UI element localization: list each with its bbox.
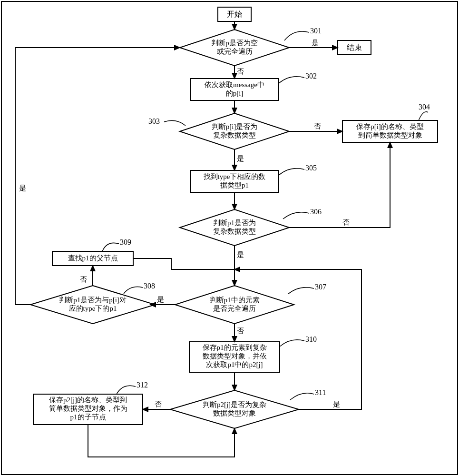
p304-l2: 到简单数据类型对象 — [358, 131, 422, 139]
d303-l1: 判断p[i]是否为 — [212, 123, 258, 130]
p310-l2: 数据类型对象，并依 — [203, 352, 267, 360]
d311-l2: 数据类型对象 — [213, 409, 256, 417]
edge-no-303: 否 — [314, 122, 321, 130]
d303-l2: 复杂数据类型 — [213, 131, 256, 139]
p312-l3: p1的子节点 — [70, 413, 106, 421]
p302-l2: 的p[i] — [226, 89, 244, 97]
edge-no-307: 否 — [237, 327, 244, 335]
edge-yes-311: 是 — [333, 400, 340, 408]
edge-no-306: 否 — [342, 218, 350, 226]
p305-l2: 据类型p1 — [220, 181, 249, 189]
edge-yes-306: 是 — [237, 251, 244, 258]
p312-l2: 简单数据类型对象，作为 — [49, 405, 127, 412]
edge-yes-303: 是 — [237, 155, 244, 162]
p304-l1: 保存p[i]的名称、类型 — [356, 123, 424, 130]
d301-l1: 判断p是否为空 — [211, 39, 258, 47]
end-label: 结束 — [347, 43, 362, 51]
edge-yes-301: 是 — [312, 39, 319, 47]
d307-l1: 判断p1中的元素 — [210, 296, 260, 304]
flowchart: 开始 判断p是否为空 或完全遍历 301 是 结束 否 依次获取message中… — [0, 0, 459, 476]
p309-l: 查找p1的父节点 — [68, 254, 118, 262]
d308-l2: 应的type下的p1 — [69, 305, 117, 312]
ref-304: 304 — [419, 103, 430, 111]
ref-305: 305 — [305, 164, 317, 172]
ref-307: 307 — [315, 283, 326, 291]
p310-l1: 保存p1的元素到复杂 — [203, 344, 267, 351]
edge-yes-307: 是 — [157, 296, 164, 303]
d306-l1: 判断p1是否为 — [213, 219, 256, 227]
ref-310: 310 — [305, 335, 317, 343]
ref-301: 301 — [310, 27, 322, 35]
edge-no-301: 否 — [237, 68, 244, 75]
ref-302: 302 — [305, 72, 317, 80]
edge-yes-308: 是 — [19, 184, 26, 192]
d308-l1: 判断p1是否为与p[i]对 — [59, 296, 127, 304]
ref-303: 303 — [148, 117, 160, 125]
p312-l1: 保存p2[j]的名称、类型到 — [49, 396, 127, 404]
edge-no-311: 否 — [155, 400, 162, 408]
ref-306: 306 — [310, 208, 322, 216]
d311-l1: 判断p2[j]是否为复杂 — [203, 401, 266, 408]
ref-309: 309 — [120, 238, 131, 246]
p302-l1: 依次获取message中 — [205, 81, 264, 89]
p310-l3: 次获取p1中的p2[j] — [206, 361, 263, 368]
d301-l2: 或完全遍历 — [217, 48, 253, 55]
ref-311: 311 — [315, 388, 326, 397]
edge-no-308: 否 — [80, 276, 87, 283]
ref-312: 312 — [137, 381, 148, 389]
p305-l1: 找到type下相应的数 — [203, 173, 266, 180]
d306-l2: 复杂数据类型 — [213, 228, 256, 235]
d307-l2: 是否完全遍历 — [213, 305, 256, 312]
ref-308: 308 — [144, 282, 155, 290]
start-label: 开始 — [227, 10, 242, 18]
